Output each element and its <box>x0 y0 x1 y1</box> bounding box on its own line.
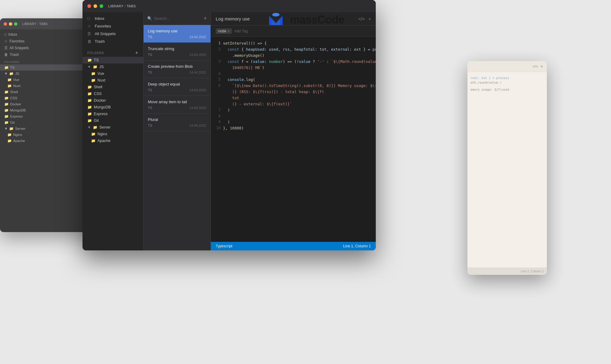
snippet-lang-1: TS <box>148 35 152 39</box>
folder-nuxt[interactable]: 📁 Nuxt <box>82 77 143 84</box>
tag-node[interactable]: node × <box>216 28 232 34</box>
tag-node-label: node <box>218 29 226 33</box>
line-num-6d <box>213 101 223 107</box>
folder-docker[interactable]: 📁 Docker <box>82 97 143 104</box>
all-snippets-label: All Snippets <box>95 31 116 36</box>
folder-express[interactable]: 📁 Express <box>82 111 143 117</box>
maximize-button[interactable] <box>100 4 103 8</box>
folder-nginx-icon: 📁 <box>91 132 96 136</box>
sidebar-item-trash[interactable]: 🗑 Trash <box>82 38 143 45</box>
folder-js-icon: 📁 <box>93 65 97 69</box>
inbox-label: Inbox <box>95 16 104 21</box>
snippet-meta-6: TS 14.04.2022 <box>148 124 206 127</box>
line-num-6: 6 <box>213 83 223 89</box>
folders-section-label: FOLDERS + <box>82 48 143 57</box>
line-num-4: 4 <box>213 71 223 77</box>
snippet-deep-object[interactable]: Deep object equal TS 14.04.2022 <box>144 78 210 96</box>
folder-nginx[interactable]: 📁 Nginx <box>82 131 143 137</box>
inbox-icon: □ <box>87 16 92 21</box>
bg-right-line-2: ath.round(value / <box>470 80 544 85</box>
main-window: LIBRARY / TABS □ Inbox ☆ Favorites ☰ All… <box>82 0 376 250</box>
folder-ts[interactable]: 📁 TS <box>82 57 143 64</box>
tag-node-close[interactable]: × <box>228 29 229 33</box>
snippet-title-6: Plural <box>148 117 206 122</box>
folder-apache[interactable]: 📁 Apache <box>82 137 143 144</box>
folder-vue[interactable]: 📁 Vue <box>82 70 143 77</box>
sidebar-item-inbox[interactable]: □ Inbox <box>82 15 143 22</box>
folder-vue-icon: 📁 <box>91 71 96 76</box>
line-num-10: 10 <box>213 125 223 131</box>
editor-title: Log memory use <box>216 16 250 21</box>
add-tag-button[interactable]: Add Tag <box>234 29 248 33</box>
svg-point-0 <box>272 13 280 16</box>
minimize-button[interactable] <box>93 4 97 8</box>
bg-right-code-area: rnal: ext } = process ath.round(value / … <box>467 72 547 96</box>
line-content-2b: .memoryUsage() <box>223 53 265 59</box>
add-folder-button[interactable]: + <box>135 50 138 56</box>
sidebar-item-all-snippets[interactable]: ☰ All Snippets <box>82 30 143 38</box>
snippet-date-1: 14.04.2022 <box>189 35 206 39</box>
code-line-3: 3 const f = (value: number) => (!value ?… <box>211 59 376 65</box>
folder-server[interactable]: ▼ 📁 Server <box>82 124 143 131</box>
snippet-create-preview[interactable]: Create preview from Blob TS 14.04.2022 <box>144 60 210 78</box>
snippet-truncate[interactable]: Truncate string TS 14.04.2022 <box>144 43 210 60</box>
folder-apache-icon: 📁 <box>91 139 96 143</box>
code-line-9: 9 ) <box>211 119 376 125</box>
code-line-6d: )} - external: $\{f(ext)}` <box>211 101 376 107</box>
folder-js[interactable]: ▼ 📁 JS <box>82 64 143 70</box>
snippet-lang-6: TS <box>148 124 152 127</box>
app-name: massCode <box>290 13 344 26</box>
code-line-5: 5 console.log( <box>211 77 376 83</box>
code-line-6: 6 `[$\{new Date().toTimeString().substr(… <box>211 83 376 89</box>
code-line-2: 2 const { heapUsed: used, rss, heapTotal… <box>211 46 376 53</box>
snippet-date-5: 14.04.2022 <box>189 106 206 110</box>
folder-css[interactable]: 📁 CSS <box>82 90 143 97</box>
add-tab-button[interactable]: + <box>368 16 371 21</box>
code-view-button[interactable]: </> <box>359 16 365 21</box>
snippet-date-6: 14.04.2022 <box>189 124 206 127</box>
app-logo-area: massCode <box>267 12 344 27</box>
folder-server-expand-icon: ▼ <box>87 125 91 129</box>
line-num-3b <box>213 65 223 71</box>
code-line-8: 8 <box>211 113 376 119</box>
traffic-lights <box>87 4 103 8</box>
editor-panel: Log memory use </> + node × Add Tag 1 se… <box>211 12 376 250</box>
snippet-lang-3: TS <box>148 71 152 74</box>
line-num-6b <box>213 89 223 95</box>
line-num-1: 1 <box>213 40 223 46</box>
bg-right-footer: Line 1, Column 1 <box>467 268 547 275</box>
folder-shell[interactable]: 📁 Shell <box>82 84 143 90</box>
code-line-6b: )} (RSS: $\{f(rss)}) - total heap: $\{f( <box>211 89 376 95</box>
editor-header-actions: </> + <box>359 16 371 21</box>
snippets-panel: 🔍 Search... + Log memory use TS 14.04.20… <box>144 12 211 250</box>
sidebar-item-favorites[interactable]: ☆ Favorites <box>82 22 143 30</box>
bg-tl-yellow <box>9 22 12 26</box>
sidebar: □ Inbox ☆ Favorites ☰ All Snippets 🗑 Tra… <box>82 12 144 250</box>
close-button[interactable] <box>87 4 91 8</box>
line-content-9: ) <box>223 119 230 125</box>
line-num-9: 9 <box>213 119 223 125</box>
snippet-title-1: Log memory use <box>148 29 206 33</box>
add-snippet-button[interactable]: + <box>203 15 207 22</box>
snippet-move-array[interactable]: Move array item to tail TS 14.04.2022 <box>144 96 210 114</box>
app-body: □ Inbox ☆ Favorites ☰ All Snippets 🗑 Tra… <box>82 12 376 250</box>
folder-docker-label: Docker <box>94 98 106 103</box>
snippet-plural[interactable]: Plural TS 14.04.2022 <box>144 114 210 131</box>
folder-mongodb[interactable]: 📁 MongoDB <box>82 104 143 111</box>
editor-language: Typescript <box>216 244 232 248</box>
line-content-6: `[$\{new Date().toTimeString().substr(0,… <box>223 83 376 89</box>
code-line-1: 1 setInterval(() => { <box>211 40 376 46</box>
code-editor[interactable]: 1 setInterval(() => { 2 const { heapUsed… <box>211 37 376 242</box>
logo-icon <box>267 12 285 27</box>
line-content-10: }, 10000) <box>223 125 244 131</box>
line-content-2: const { heapUsed: used, rss, heapTotal: … <box>223 46 376 53</box>
bg-right-plus-icon: + <box>540 64 543 69</box>
folder-vue-label: Vue <box>97 71 104 76</box>
snippet-log-memory[interactable]: Log memory use TS 14.04.2022 <box>144 25 210 43</box>
code-line-3b: 1048576)} MB`) <box>211 65 376 71</box>
folder-git[interactable]: 📁 Git <box>82 117 143 124</box>
search-placeholder: Search... <box>154 16 170 21</box>
snippet-date-2: 14.04.2022 <box>189 53 206 56</box>
trash-label: Trash <box>95 39 105 44</box>
folder-express-icon: 📁 <box>87 112 92 116</box>
